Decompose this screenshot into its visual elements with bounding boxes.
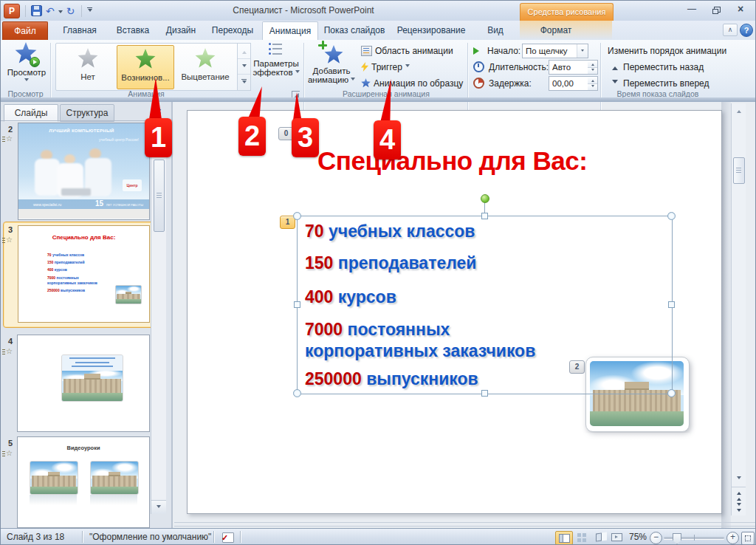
tab-animations[interactable]: Анимация xyxy=(262,21,318,41)
duration-spinbox[interactable]: Авто xyxy=(549,60,588,75)
scroll-up-button[interactable] xyxy=(732,104,745,117)
thumbnail-bullet: 400 курсов xyxy=(47,267,67,272)
redo-icon[interactable]: ↻ xyxy=(65,4,77,18)
add-animation-icon xyxy=(320,42,343,64)
scrollbar-thumb[interactable] xyxy=(733,157,745,184)
undo-dropdown-icon[interactable] xyxy=(58,10,63,16)
tab-file[interactable]: Файл xyxy=(2,21,48,40)
scroll-down-button[interactable] xyxy=(151,500,166,514)
qat-customize-icon[interactable] xyxy=(87,7,92,14)
zoom-out-icon[interactable]: − xyxy=(650,532,662,544)
scrollbar-thumb[interactable] xyxy=(154,160,165,232)
help-icon[interactable]: ? xyxy=(740,24,753,37)
preview-label: Просмотр xyxy=(7,68,47,77)
selection-handle-e[interactable] xyxy=(668,301,675,308)
slide-thumbnail-2[interactable]: ЛУЧШИЙ КОМПЬЮТЕРНЫЙ учебный центр России… xyxy=(18,123,150,220)
move-earlier-button[interactable]: Переместить назад xyxy=(612,60,704,74)
selection-handle-n[interactable] xyxy=(481,213,488,219)
powerpoint-app-icon[interactable]: P xyxy=(4,4,20,18)
thumbnail-bullet: 70 учебных классов xyxy=(47,253,84,257)
bullet-line: 150 преподавателей xyxy=(305,253,476,273)
status-bar: Слайд 3 из 18 "Оформление по умолчанию" … xyxy=(1,528,755,545)
none-star-icon xyxy=(78,48,98,69)
previous-slide-button[interactable] xyxy=(732,489,745,501)
tab-insert[interactable]: Вставка xyxy=(110,21,156,39)
bullet-line: корпоративных заказчиков xyxy=(305,341,535,361)
duration-value: Авто xyxy=(549,63,588,72)
selection-handle-sw[interactable] xyxy=(293,389,301,397)
close-button[interactable]: × xyxy=(730,4,751,16)
tab-transitions[interactable]: Переходы xyxy=(206,21,259,39)
tab-view[interactable]: Вид xyxy=(476,21,515,39)
gallery-item-appear[interactable]: Возникнов... xyxy=(117,45,174,89)
delay-spinbox[interactable]: 00,00 xyxy=(549,76,588,91)
reading-view-button[interactable] xyxy=(591,531,607,544)
tab-format[interactable]: Формат xyxy=(526,21,585,39)
duration-spinner[interactable] xyxy=(588,60,598,75)
delay-label: Задержка: xyxy=(489,78,532,89)
zoom-slider-thumb[interactable] xyxy=(673,533,681,544)
effect-options-icon xyxy=(269,42,284,55)
animation-indicator-icon: ☆ xyxy=(2,450,13,457)
gallery-more-button[interactable] xyxy=(238,75,250,89)
thumbnail-bullet: 7000 постоянных xyxy=(47,275,79,280)
selection-handle-s[interactable] xyxy=(481,390,488,397)
selection-handle-se[interactable] xyxy=(667,389,676,397)
collapse-ribbon-icon[interactable]: ∧ xyxy=(723,24,738,36)
thumbnail-subline: учебный центр России! xyxy=(99,137,139,142)
move-later-button[interactable]: Переместить вперед xyxy=(612,76,709,90)
theme-name[interactable]: "Оформление по умолчанию" xyxy=(89,532,211,542)
normal-view-button[interactable] xyxy=(555,531,573,545)
thumbnail-bullet: 250000 выпускников xyxy=(47,288,85,292)
delay-spinner[interactable] xyxy=(588,76,598,91)
tab-home[interactable]: Главная xyxy=(52,21,107,39)
animation-indicator-icon: ☆ xyxy=(2,135,13,143)
add-animation-button[interactable]: Добавить анимацию xyxy=(308,42,355,84)
tab-slideshow[interactable]: Показ слайдов xyxy=(321,21,388,39)
scroll-down-button[interactable] xyxy=(732,473,745,485)
restore-button[interactable] xyxy=(705,4,726,16)
preview-dropdown-icon xyxy=(24,78,29,83)
tab-review[interactable]: Рецензирование xyxy=(391,21,472,39)
selection-handle-w[interactable] xyxy=(294,301,300,308)
gallery-item-none[interactable]: Нет xyxy=(63,45,112,88)
slide-number: 2 xyxy=(1,125,13,134)
gallery-item-fade[interactable]: Выцветание xyxy=(176,45,235,88)
spellcheck-icon[interactable]: ✓ xyxy=(222,532,234,543)
panel-splitter[interactable] xyxy=(171,102,173,528)
gallery-scroll-down[interactable] xyxy=(238,59,250,75)
minimize-button[interactable]: — xyxy=(681,4,702,16)
preview-button[interactable]: Просмотр xyxy=(7,42,47,83)
rotate-handle[interactable] xyxy=(481,194,489,203)
trigger-button[interactable]: Триггер xyxy=(361,60,410,74)
slide-thumbnail-3[interactable]: Специально для Вас: 70 учебных классов 1… xyxy=(18,225,150,323)
zoom-level[interactable]: 75% xyxy=(629,532,647,542)
tab-outline[interactable]: Структура xyxy=(60,104,114,122)
undo-icon[interactable]: ↶ xyxy=(44,4,56,18)
fit-to-window-icon[interactable] xyxy=(741,532,755,545)
thumbnail-footer xyxy=(18,209,149,219)
slide-number: 4 xyxy=(1,337,13,346)
tab-slides-thumbnails[interactable]: Слайды xyxy=(4,104,58,122)
save-icon[interactable] xyxy=(31,5,42,16)
start-combobox[interactable]: По щелчку xyxy=(522,44,588,58)
gallery-item-label: Выцветание xyxy=(181,72,229,81)
selection-handle-ne[interactable] xyxy=(667,212,676,220)
tab-design[interactable]: Дизайн xyxy=(159,21,203,39)
divider xyxy=(82,531,83,543)
slideshow-view-button[interactable] xyxy=(608,531,625,544)
zoom-in-icon[interactable]: + xyxy=(726,532,739,544)
selection-handle-nw[interactable] xyxy=(293,212,301,220)
slide-thumbnail-4[interactable] xyxy=(17,335,150,432)
slide-title[interactable]: Специально для Вас: xyxy=(317,146,587,176)
slide-sorter-view-button[interactable] xyxy=(573,531,589,544)
animation-pane-button[interactable]: Область анимации xyxy=(361,44,453,58)
slide-counter: Слайд 3 из 18 xyxy=(7,532,64,542)
slide-thumbnail-5[interactable]: Видеоуроки xyxy=(17,436,150,528)
callout-1: 1 xyxy=(145,118,172,157)
next-slide-button[interactable] xyxy=(732,502,745,515)
animation-painter-button[interactable]: Анимация по образцу xyxy=(361,76,463,90)
fade-star-icon xyxy=(195,48,216,69)
gallery-scroll-up[interactable] xyxy=(238,44,250,59)
effect-options-button[interactable]: Параметры эффектов xyxy=(252,42,300,77)
